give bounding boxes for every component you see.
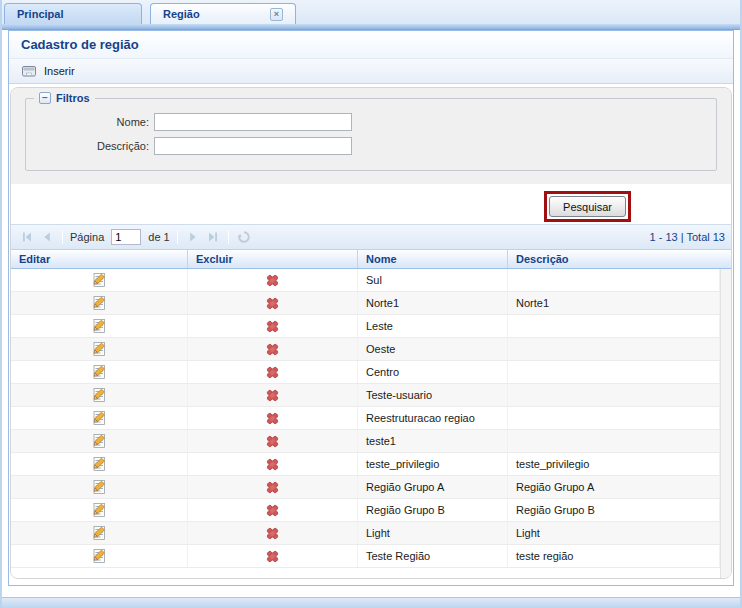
editar-cell (11, 499, 188, 521)
delete-icon[interactable] (264, 271, 282, 289)
page-number-input[interactable] (111, 229, 141, 245)
delete-icon-cell (188, 361, 358, 383)
delete-icon-cell (188, 292, 358, 314)
refresh-icon[interactable] (236, 229, 252, 245)
edit-icon[interactable] (90, 340, 108, 358)
nome-field[interactable] (154, 113, 352, 131)
table-row[interactable]: Norte1 Norte1 (11, 292, 720, 315)
table-row[interactable]: teste_privilegio teste_privilegio (11, 453, 720, 476)
delete-icon[interactable] (264, 317, 282, 335)
edit-icon[interactable] (90, 455, 108, 473)
nome-cell: Norte1 (358, 292, 508, 314)
delete-icon-cell (188, 476, 358, 498)
nome-cell: Leste (358, 315, 508, 337)
descricao-cell (508, 384, 720, 406)
descricao-label: Descrição: (26, 140, 154, 152)
delete-icon[interactable] (264, 363, 282, 381)
table-row[interactable]: Oeste (11, 338, 720, 361)
column-header-descricao[interactable]: Descrição (508, 250, 731, 268)
descricao-cell: Região Grupo A (508, 476, 720, 498)
insert-button-label: Inserir (44, 65, 75, 77)
toolbar-separator (228, 230, 229, 244)
delete-icon[interactable] (264, 524, 282, 542)
delete-icon[interactable] (264, 501, 282, 519)
delete-icon[interactable] (264, 409, 282, 427)
insert-button[interactable]: Inserir (16, 60, 83, 82)
table-row[interactable]: Teste Região teste região (11, 545, 720, 568)
page-title: Cadastro de região (9, 31, 733, 58)
edit-icon[interactable] (90, 547, 108, 565)
delete-icon[interactable] (264, 340, 282, 358)
first-page-icon[interactable] (19, 229, 35, 245)
regions-grid: Página de 1 1 (11, 224, 731, 578)
page-label: Página (70, 231, 104, 243)
delete-icon-cell (188, 338, 358, 360)
search-row: Pesquisar (11, 184, 731, 224)
delete-icon[interactable] (264, 478, 282, 496)
table-row[interactable]: Sul (11, 269, 720, 292)
editar-cell (11, 476, 188, 498)
table-row[interactable]: Leste (11, 315, 720, 338)
region-panel: Cadastro de região Inserir (8, 30, 734, 586)
editar-cell (11, 545, 188, 567)
edit-icon[interactable] (90, 432, 108, 450)
grid-body: Sul (11, 269, 731, 578)
delete-icon[interactable] (264, 432, 282, 450)
edit-icon[interactable] (90, 501, 108, 519)
edit-icon[interactable] (90, 363, 108, 381)
pesquisar-button[interactable]: Pesquisar (549, 196, 626, 217)
prev-page-icon[interactable] (39, 229, 55, 245)
descricao-field[interactable] (154, 137, 352, 155)
delete-icon-cell (188, 407, 358, 429)
table-row[interactable]: Região Grupo B Região Grupo B (11, 499, 720, 522)
status-bar (2, 597, 740, 608)
last-page-icon[interactable] (205, 229, 221, 245)
delete-icon[interactable] (264, 294, 282, 312)
delete-icon-cell (188, 315, 358, 337)
filters-fieldset: − Filtros Nome: Descrição: (25, 92, 717, 171)
nome-cell: Sul (358, 269, 508, 291)
editar-cell (11, 522, 188, 544)
edit-icon[interactable] (90, 294, 108, 312)
next-page-icon[interactable] (185, 229, 201, 245)
nome-cell: Reestruturacao regiao (358, 407, 508, 429)
descricao-cell (508, 338, 720, 360)
edit-icon[interactable] (90, 386, 108, 404)
delete-icon[interactable] (264, 386, 282, 404)
column-header-excluir[interactable]: Excluir (188, 250, 358, 268)
close-icon[interactable]: × (270, 8, 283, 21)
grid-rows: Sul (11, 269, 731, 568)
tab-regiao[interactable]: Região × (150, 3, 296, 24)
table-row[interactable]: Reestruturacao regiao (11, 407, 720, 430)
edit-icon[interactable] (90, 317, 108, 335)
nome-cell: Região Grupo B (358, 499, 508, 521)
delete-icon-cell (188, 499, 358, 521)
delete-icon-cell (188, 522, 358, 544)
delete-icon[interactable] (264, 547, 282, 565)
edit-icon[interactable] (90, 271, 108, 289)
table-row[interactable]: Light Light (11, 522, 720, 545)
descricao-cell: Light (508, 522, 720, 544)
filters-legend: − Filtros (34, 92, 95, 104)
table-row[interactable]: Centro (11, 361, 720, 384)
tab-principal[interactable]: Principal (4, 3, 142, 24)
annotation-highlight-box: Pesquisar (544, 191, 631, 222)
nome-cell: Teste Região (358, 545, 508, 567)
edit-icon[interactable] (90, 524, 108, 542)
table-row[interactable]: teste1 (11, 430, 720, 453)
nome-cell: Teste-usuario (358, 384, 508, 406)
table-row[interactable]: Teste-usuario (11, 384, 720, 407)
nome-cell: Light (358, 522, 508, 544)
column-header-editar[interactable]: Editar (11, 250, 188, 268)
edit-icon[interactable] (90, 478, 108, 496)
descricao-cell (508, 269, 720, 291)
nome-cell: teste1 (358, 430, 508, 452)
edit-icon[interactable] (90, 409, 108, 427)
collapse-icon[interactable]: − (39, 92, 51, 104)
delete-icon[interactable] (264, 455, 282, 473)
editar-cell (11, 361, 188, 383)
tab-bar: Principal Região × (2, 0, 740, 24)
editar-cell (11, 384, 188, 406)
table-row[interactable]: Região Grupo A Região Grupo A (11, 476, 720, 499)
column-header-nome[interactable]: Nome (358, 250, 508, 268)
